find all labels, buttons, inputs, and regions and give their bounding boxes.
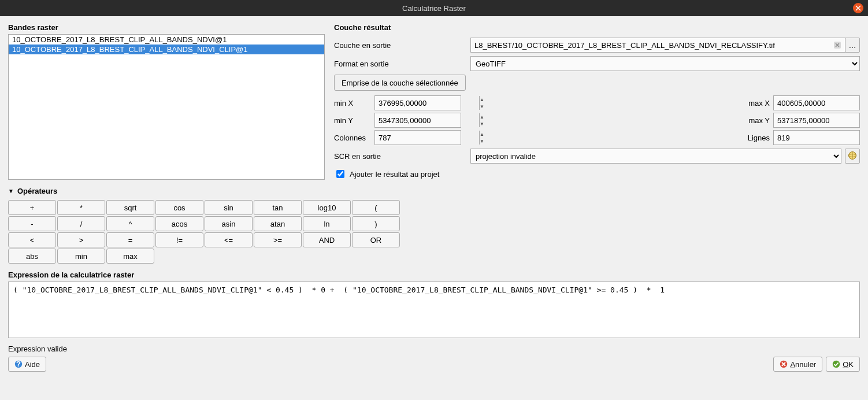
spin-down-icon[interactable]: ▼ xyxy=(480,138,484,145)
raster-band-item[interactable]: 10_OCTOBRE_2017_L8_BREST_CLIP_ALL_BANDS_… xyxy=(9,45,324,54)
raster-bands-header: Bandes raster xyxy=(8,23,325,32)
min-y-input[interactable]: ▲▼ xyxy=(374,113,461,128)
min-x-label: min X xyxy=(334,99,374,108)
close-icon xyxy=(855,5,861,11)
operator-button[interactable]: log10 xyxy=(303,200,351,215)
current-layer-extent-button[interactable]: Emprise de la couche sélectionnée xyxy=(334,75,466,91)
cancel-button[interactable]: Annuler xyxy=(773,357,822,372)
spin-down-icon[interactable]: ▼ xyxy=(480,120,484,127)
operator-button[interactable]: < xyxy=(8,232,56,247)
svg-text:?: ? xyxy=(16,360,21,368)
max-x-input[interactable]: ▲▼ xyxy=(773,95,860,110)
help-icon: ? xyxy=(14,360,23,368)
output-format-label: Format en sortie xyxy=(334,60,467,68)
ok-button[interactable]: OK xyxy=(826,357,860,372)
globe-icon xyxy=(848,151,857,162)
operator-button[interactable]: min xyxy=(57,249,105,264)
operator-button[interactable]: > xyxy=(57,232,105,247)
min-y-label: min Y xyxy=(334,116,374,125)
operator-button[interactable]: ) xyxy=(352,216,400,231)
raster-bands-list[interactable]: 10_OCTOBRE_2017_L8_BREST_CLIP_ALL_BANDS_… xyxy=(8,34,325,180)
cancel-icon xyxy=(780,360,788,368)
operator-button[interactable]: cos xyxy=(155,200,203,215)
operator-button[interactable]: <= xyxy=(205,232,253,247)
ellipsis-icon: … xyxy=(849,41,856,50)
operator-button[interactable]: >= xyxy=(254,232,302,247)
operator-button[interactable]: abs xyxy=(8,249,56,264)
operator-button[interactable]: tan xyxy=(254,200,302,215)
operator-button[interactable]: * xyxy=(57,200,105,215)
operator-button[interactable]: = xyxy=(106,232,154,247)
spin-up-icon[interactable]: ▲ xyxy=(480,113,484,120)
min-x-input[interactable]: ▲▼ xyxy=(374,95,461,110)
operator-button[interactable]: asin xyxy=(205,216,253,231)
operator-button[interactable]: ln xyxy=(303,216,351,231)
output-layer-label: Couche en sortie xyxy=(334,41,467,50)
add-to-project-checkbox[interactable] xyxy=(336,170,344,178)
spin-up-icon[interactable]: ▲ xyxy=(480,96,484,103)
operator-button[interactable]: - xyxy=(8,216,56,231)
columns-input[interactable]: ▲▼ xyxy=(374,130,461,145)
rows-label: Lignes xyxy=(740,134,773,142)
operator-button[interactable]: / xyxy=(57,216,105,231)
operator-button[interactable]: ( xyxy=(352,200,400,215)
operators-header: Opérateurs xyxy=(17,187,57,195)
operators-grid: +*sqrtcossintanlog10(-/^acosasinatanln)<… xyxy=(8,200,860,264)
browse-button[interactable]: … xyxy=(845,38,860,53)
columns-label: Colonnes xyxy=(334,134,374,142)
clear-output-icon[interactable] xyxy=(832,40,843,50)
operator-button[interactable]: atan xyxy=(254,216,302,231)
operator-button[interactable]: ^ xyxy=(106,216,154,231)
operator-button[interactable]: != xyxy=(155,232,203,247)
result-layer-header: Couche résultat xyxy=(334,23,860,32)
output-crs-label: SCR en sortie xyxy=(334,152,467,161)
operator-button[interactable]: AND xyxy=(303,232,351,247)
ok-icon xyxy=(832,360,840,368)
max-x-label: max X xyxy=(740,99,773,108)
spin-up-icon[interactable]: ▲ xyxy=(480,131,484,138)
output-crs-select[interactable]: projection invalide xyxy=(470,149,841,164)
crs-picker-button[interactable] xyxy=(845,149,860,164)
window-title: Calculatrice Raster xyxy=(402,4,466,13)
svg-point-6 xyxy=(833,361,840,368)
operator-button[interactable]: max xyxy=(106,249,154,264)
expression-status: Expression valide xyxy=(8,345,860,353)
help-button[interactable]: ? Aide xyxy=(8,357,46,372)
rows-input[interactable]: ▲▼ xyxy=(773,130,860,145)
add-to-project-label: Ajouter le résultat au projet xyxy=(350,170,439,179)
raster-band-item[interactable]: 10_OCTOBRE_2017_L8_BREST_CLIP_ALL_BANDS_… xyxy=(9,35,324,45)
expression-header: Expression de la calculatrice raster xyxy=(8,271,860,279)
operator-button[interactable]: acos xyxy=(155,216,203,231)
chevron-down-icon: ▼ xyxy=(8,188,14,194)
operators-toggle[interactable]: ▼ Opérateurs xyxy=(8,187,860,195)
titlebar: Calculatrice Raster xyxy=(0,0,868,16)
spin-down-icon[interactable]: ▼ xyxy=(480,103,484,110)
output-layer-input[interactable] xyxy=(470,38,846,53)
expression-input[interactable] xyxy=(8,282,860,338)
operator-button[interactable]: sin xyxy=(205,200,253,215)
cancel-label-suffix: nnuler xyxy=(795,360,816,369)
max-y-input[interactable]: ▲▼ xyxy=(773,113,860,128)
output-format-select[interactable]: GeoTIFF xyxy=(470,56,860,71)
close-button[interactable] xyxy=(853,3,863,13)
operator-button[interactable]: OR xyxy=(352,232,400,247)
operator-button[interactable]: + xyxy=(8,200,56,215)
max-y-label: max Y xyxy=(740,116,773,125)
operator-button[interactable]: sqrt xyxy=(106,200,154,215)
ok-label-suffix: K xyxy=(848,360,854,369)
